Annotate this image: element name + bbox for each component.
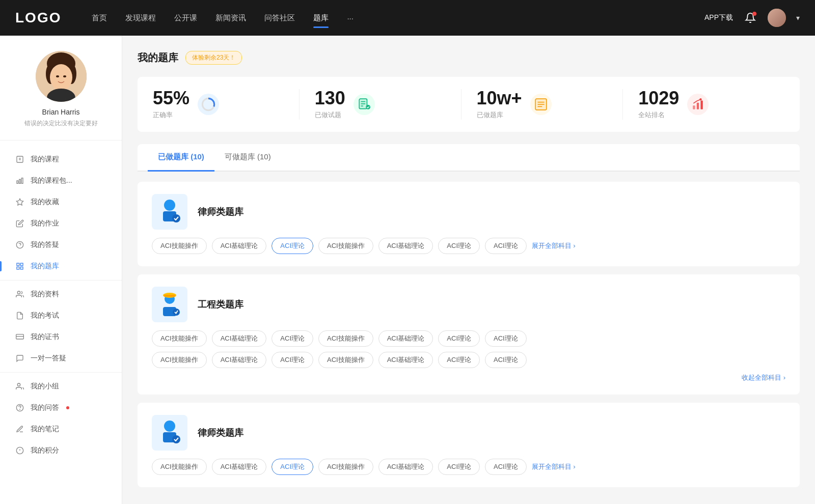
chat-icon	[15, 354, 24, 363]
bank-2-tag-r1-0[interactable]: ACI技能操作	[152, 330, 207, 347]
bank-2-tag-r1-6[interactable]: ACI理论	[485, 330, 527, 347]
nav-bank[interactable]: 题库	[313, 11, 329, 25]
bank-card-2-header: 工程类题库	[152, 287, 785, 322]
sidebar-item-favorites[interactable]: 我的收藏	[0, 191, 122, 213]
svg-rect-18	[20, 263, 23, 266]
bank-3-tag-5[interactable]: ACI理论	[438, 459, 480, 475]
sidebar-label-exam: 我的考试	[31, 311, 59, 320]
svg-point-4	[50, 64, 72, 91]
sidebar-item-package[interactable]: 我的课程包...	[0, 170, 122, 191]
svg-rect-44	[697, 103, 699, 109]
sidebar-label-profile: 我的资料	[31, 290, 59, 299]
bank-card-3: 律师类题库 ACI技能操作 ACI基础理论 ACI理论 ACI技能操作 ACI基…	[138, 403, 800, 487]
sidebar-label-bank: 我的题库	[31, 262, 59, 271]
rank-text: 1029 全站排名	[638, 89, 679, 120]
app-download-button[interactable]: APP下载	[704, 13, 733, 22]
svg-rect-20	[20, 267, 23, 269]
done-banks-value: 10w+	[477, 89, 522, 107]
user-menu-arrow[interactable]: ▾	[796, 14, 800, 22]
bank-2-tag-r2-0[interactable]: ACI技能操作	[152, 352, 207, 368]
sidebar-item-questions[interactable]: 我的问答	[0, 397, 122, 418]
done-banks-icon	[530, 94, 552, 115]
bank-2-tag-r2-2[interactable]: ACI理论	[271, 352, 313, 368]
tab-done-banks[interactable]: 已做题库 (10)	[148, 144, 214, 172]
bank-2-tag-r1-1[interactable]: ACI基础理论	[212, 330, 267, 347]
svg-rect-12	[19, 179, 21, 183]
sidebar-label-notes: 我的笔记	[31, 425, 59, 434]
bank-3-tag-6[interactable]: ACI理论	[485, 459, 527, 475]
bank-card-1: 律师类题库 ACI技能操作 ACI基础理论 ACI理论 ACI技能操作 ACI基…	[138, 182, 800, 266]
svg-point-26	[20, 409, 20, 410]
bank-2-tag-r2-4[interactable]: ACI基础理论	[378, 352, 433, 368]
bank-3-expand[interactable]: 展开全部科目 ›	[532, 462, 576, 471]
sidebar-item-profile[interactable]: 我的资料	[0, 284, 122, 305]
bank-1-title-text: 律师类题库	[198, 206, 243, 218]
sidebar-item-group[interactable]: 我的小组	[0, 376, 122, 397]
svg-rect-22	[16, 334, 24, 339]
bank-1-tag-0[interactable]: ACI技能操作	[152, 238, 207, 254]
sidebar-item-certificate[interactable]: 我的证书	[0, 326, 122, 348]
nav-discover[interactable]: 发现课程	[125, 11, 156, 25]
bank-1-expand[interactable]: 展开全部科目 ›	[532, 241, 576, 250]
sidebar-label-package: 我的课程包...	[31, 176, 72, 185]
bank-3-tag-4[interactable]: ACI基础理论	[378, 459, 433, 475]
done-banks-text: 10w+ 已做题库	[477, 89, 522, 120]
svg-rect-11	[17, 181, 18, 183]
bank-1-tag-4[interactable]: ACI基础理论	[378, 238, 433, 254]
nav-news[interactable]: 新闻资讯	[215, 11, 246, 25]
sidebar-item-homework[interactable]: 我的作业	[0, 213, 122, 234]
sidebar-item-course[interactable]: 我的课程	[0, 149, 122, 170]
trial-badge: 体验剩余23天！	[185, 51, 242, 65]
main-content: 我的题库 体验剩余23天！ 55% 正确率 130	[122, 36, 815, 504]
bank-3-tag-2[interactable]: ACI理论	[271, 459, 313, 475]
nav-home[interactable]: 首页	[92, 11, 107, 25]
bank-2-tag-r1-2[interactable]: ACI理论	[271, 330, 313, 347]
svg-rect-43	[693, 105, 695, 109]
bank-3-tag-1[interactable]: ACI基础理论	[212, 459, 267, 475]
help-icon	[15, 240, 24, 249]
bank-2-tag-r1-5[interactable]: ACI理论	[438, 330, 480, 347]
bank-3-title-text: 律师类题库	[198, 427, 243, 439]
nav-more[interactable]: ···	[347, 12, 354, 24]
bank-1-tag-3[interactable]: ACI技能操作	[318, 238, 373, 254]
bank-2-tag-r2-1[interactable]: ACI基础理论	[212, 352, 267, 368]
bank-3-tag-3[interactable]: ACI技能操作	[318, 459, 373, 475]
sidebar-label-homework: 我的作业	[31, 219, 59, 228]
nav-qa[interactable]: 问答社区	[264, 11, 295, 25]
sidebar-menu: 我的课程 我的课程包... 我的收藏 我的作业	[0, 149, 122, 461]
bank-2-title-text: 工程类题库	[198, 298, 243, 311]
svg-point-24	[17, 383, 20, 386]
bank-2-tag-r1-4[interactable]: ACI基础理论	[378, 330, 433, 347]
tabs-container: 已做题库 (10) 可做题库 (10)	[138, 144, 800, 172]
bank-2-tags-row2: ACI技能操作 ACI基础理论 ACI理论 ACI技能操作 ACI基础理论 AC…	[152, 352, 785, 368]
bank-1-tag-1[interactable]: ACI基础理论	[212, 238, 267, 254]
bank-2-tag-r2-6[interactable]: ACI理论	[485, 352, 527, 368]
bank-2-footer: 收起全部科目 ›	[152, 373, 785, 382]
bank-2-tag-r2-3[interactable]: ACI技能操作	[318, 352, 373, 368]
sidebar-item-notes[interactable]: 我的笔记	[0, 418, 122, 440]
bank-2-tag-r1-3[interactable]: ACI技能操作	[318, 330, 373, 347]
tab-available-banks[interactable]: 可做题库 (10)	[214, 144, 281, 172]
nav-open-course[interactable]: 公开课	[174, 11, 197, 25]
doc-check-icon	[358, 98, 371, 111]
bank-2-tag-r2-5[interactable]: ACI理论	[438, 352, 480, 368]
bank-3-tag-0[interactable]: ACI技能操作	[152, 459, 207, 475]
bank-1-tag-2[interactable]: ACI理论	[271, 238, 313, 254]
notification-bell[interactable]	[743, 11, 757, 25]
sidebar-item-qa[interactable]: 我的答疑	[0, 234, 122, 256]
sidebar-item-tutoring[interactable]: 一对一答疑	[0, 348, 122, 369]
sidebar-item-exam[interactable]: 我的考试	[0, 305, 122, 326]
bank-1-tag-6[interactable]: ACI理论	[485, 238, 527, 254]
sidebar-item-bank[interactable]: 我的题库	[0, 256, 122, 277]
header-right: APP下载 ▾	[704, 9, 800, 27]
sidebar-item-points[interactable]: 我的积分	[0, 440, 122, 461]
page-header: 我的题库 体验剩余23天！	[138, 51, 800, 65]
bank-3-tags: ACI技能操作 ACI基础理论 ACI理论 ACI技能操作 ACI基础理论 AC…	[152, 459, 785, 475]
sidebar-label-certificate: 我的证书	[31, 332, 59, 342]
bank-1-tag-5[interactable]: ACI理论	[438, 238, 480, 254]
user-avatar[interactable]	[768, 9, 786, 27]
bank-2-collapse[interactable]: 收起全部科目 ›	[742, 373, 785, 382]
svg-point-6	[63, 75, 66, 77]
logo[interactable]: LOGO	[15, 10, 61, 26]
accuracy-icon	[198, 94, 219, 115]
